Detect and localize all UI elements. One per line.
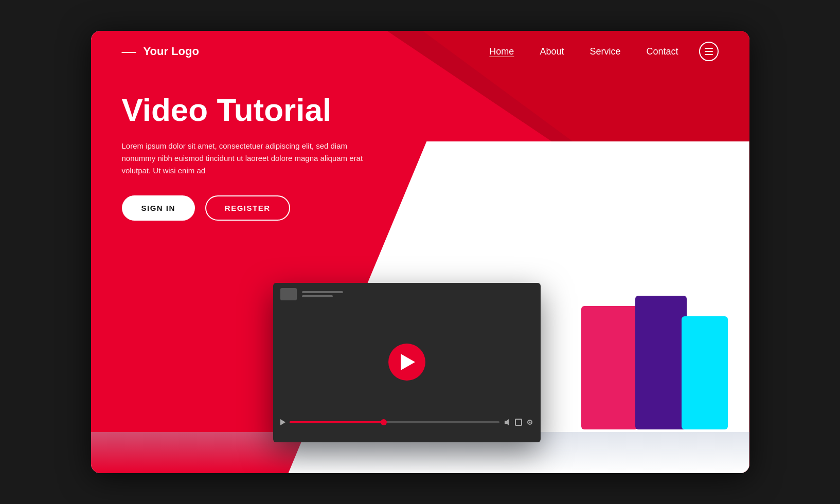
signin-button[interactable]: SIGN IN bbox=[122, 195, 195, 221]
logo-dash: — bbox=[122, 43, 136, 60]
menu-line-3 bbox=[705, 54, 713, 55]
menu-line-2 bbox=[705, 51, 713, 52]
nav-home[interactable]: Home bbox=[489, 46, 514, 57]
hero-section: — Your Logo Home About Service Contact V… bbox=[91, 31, 749, 473]
player-title-line-1 bbox=[302, 291, 343, 293]
logo: — Your Logo bbox=[122, 43, 490, 60]
video-card-4 bbox=[581, 306, 638, 429]
hero-buttons: SIGN IN REGISTER bbox=[122, 195, 369, 221]
player-controls bbox=[273, 419, 541, 430]
play-button[interactable] bbox=[388, 344, 425, 381]
fullscreen-icon[interactable] bbox=[515, 419, 522, 426]
settings-icon[interactable] bbox=[526, 419, 533, 426]
player-thumbnail bbox=[280, 288, 297, 300]
hero-description: Lorem ipsum dolor sit amet, consectetuer… bbox=[122, 140, 369, 177]
progress-dot bbox=[381, 419, 387, 425]
player-body bbox=[273, 305, 541, 419]
menu-line-1 bbox=[705, 48, 713, 49]
video-player bbox=[273, 283, 541, 442]
logo-text: Your Logo bbox=[144, 45, 199, 58]
play-icon bbox=[401, 354, 415, 370]
progress-fill bbox=[290, 421, 384, 423]
svg-marker-0 bbox=[505, 419, 509, 425]
volume-icon[interactable] bbox=[504, 419, 511, 426]
player-title-line-2 bbox=[302, 295, 333, 297]
hero-title: Video Tutorial bbox=[122, 93, 369, 128]
player-title-lines bbox=[302, 291, 343, 297]
hamburger-menu-button[interactable] bbox=[699, 42, 719, 61]
hero-content: Video Tutorial Lorem ipsum dolor sit ame… bbox=[122, 93, 369, 221]
svg-rect-1 bbox=[515, 419, 522, 425]
navbar: — Your Logo Home About Service Contact bbox=[91, 31, 749, 72]
nav-about[interactable]: About bbox=[540, 46, 564, 57]
video-card-6 bbox=[682, 316, 728, 429]
progress-bar[interactable] bbox=[290, 421, 499, 423]
browser-frame: — Your Logo Home About Service Contact V… bbox=[91, 31, 749, 473]
nav-service[interactable]: Service bbox=[589, 46, 620, 57]
control-play-icon[interactable] bbox=[280, 419, 285, 425]
nav-links: Home About Service Contact bbox=[489, 46, 678, 57]
player-header bbox=[273, 283, 541, 305]
nav-contact[interactable]: Contact bbox=[646, 46, 678, 57]
video-card-5 bbox=[635, 296, 687, 429]
svg-point-3 bbox=[529, 422, 530, 423]
register-button[interactable]: REGISTER bbox=[205, 195, 290, 221]
